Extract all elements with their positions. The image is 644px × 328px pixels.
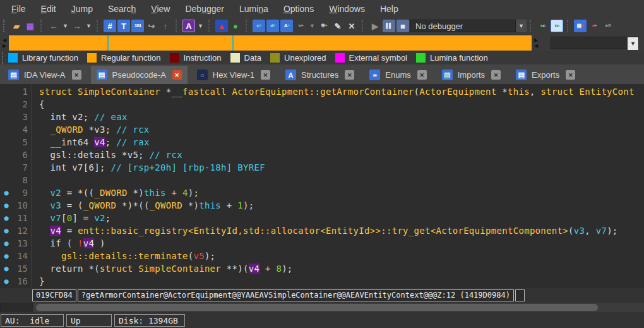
legend-drag-handle[interactable] <box>2 52 5 64</box>
tab-close-icon[interactable]: ✕ <box>345 70 354 80</box>
pseudocode-line[interactable]: 3 int v2; // eax <box>0 111 644 123</box>
add-breakpoint-icon[interactable]: ●+ <box>588 20 600 32</box>
pseudocode-line[interactable]: 7 int v7[6]; // [rsp+20h] [rbp-18h] BYRE… <box>0 161 644 174</box>
make-string-icon[interactable]: s+ <box>294 20 307 32</box>
save-file-icon[interactable]: ▦ <box>24 20 37 32</box>
code-token: *v3; <box>83 125 116 135</box>
tab-ida-view[interactable]: ▤IDA View-A✕ <box>3 66 87 84</box>
tab-pseudocode[interactable]: ▤Pseudocode-A✕ <box>91 66 188 84</box>
toolbar-drag-handle[interactable] <box>3 20 6 32</box>
debugger-pause-icon[interactable]: ▌▌ <box>383 20 395 32</box>
string-type-dropdown[interactable]: ▼ <box>308 20 316 32</box>
line-address-dot-icon[interactable]: ● <box>0 239 13 248</box>
open-file-icon[interactable]: ▰ <box>10 20 23 32</box>
pseudocode-line[interactable]: ●14 gsl::details::terminate(v5); <box>0 250 644 262</box>
pseudocode-line[interactable]: 4 _QWORD *v3; // rcx <box>0 123 644 136</box>
navigate-forward-icon[interactable]: → <box>71 20 83 32</box>
debugger-selector-dropdown-icon[interactable]: ▼ <box>516 20 527 32</box>
pseudocode-line[interactable]: 5 __int64 v4; // rax <box>0 136 644 149</box>
tab-exports[interactable]: ▤Exports✕ <box>510 66 581 84</box>
pseudocode-line[interactable]: ●9 v2 = *((_DWORD *)this + 4); <box>0 186 644 199</box>
navband-left-arrows[interactable]: ◀▶ <box>0 38 9 49</box>
make-code-icon[interactable]: c+ <box>253 20 265 32</box>
navband-segment-marker <box>232 35 234 51</box>
menu-view[interactable]: View <box>143 1 177 16</box>
lumina-status-icon[interactable]: ● <box>229 20 242 32</box>
debugger-selector[interactable]: No debugger <box>410 20 516 32</box>
line-number: 4 <box>13 123 32 136</box>
debugger-start-icon[interactable]: ▶ <box>369 20 381 32</box>
pseudocode-line[interactable]: 8 <box>0 174 644 186</box>
debugger-stop-icon[interactable]: ■ <box>397 20 409 32</box>
make-data-icon[interactable]: d+ <box>266 20 279 32</box>
line-address-dot-icon[interactable]: ● <box>0 264 13 273</box>
menu-search[interactable]: Search <box>100 1 143 16</box>
back-history-dropdown[interactable]: ▼ <box>61 20 69 32</box>
text-options-dropdown[interactable]: ▼ <box>196 20 205 32</box>
forward-history-dropdown[interactable]: ▼ <box>85 20 93 32</box>
tab-hex-view[interactable]: ○Hex View-1✕ <box>191 66 276 84</box>
navband-scale-combo[interactable]: ▼ <box>551 37 639 49</box>
line-address-dot-icon[interactable]: ● <box>0 252 13 260</box>
delete-breakpoint-icon[interactable]: ●✕ <box>602 20 614 32</box>
continue-process-icon[interactable]: c▸ <box>551 20 563 32</box>
menu-edit[interactable]: Edit <box>33 1 64 16</box>
line-address-dot-icon[interactable]: ● <box>0 214 13 222</box>
tab-close-icon[interactable]: ✕ <box>172 70 182 80</box>
debugger-windows-icon[interactable]: ▤● <box>574 20 587 32</box>
jump-up-icon[interactable]: ↑ <box>159 20 172 32</box>
pseudocode-line[interactable]: ●16} <box>0 275 644 288</box>
tab-close-icon[interactable]: ✕ <box>566 70 575 80</box>
menu-lumina[interactable]: Lumina <box>232 1 276 16</box>
pseudocode-line[interactable]: 6 gsl::details *v5; // rcx <box>0 149 644 161</box>
pseudocode-view[interactable]: 1struct SimpleContainer *__fastcall Acto… <box>0 84 644 288</box>
pseudocode-line[interactable]: 1struct SimpleContainer *__fastcall Acto… <box>0 85 644 98</box>
navband-scroll-arrow-icon[interactable]: ▶ <box>532 38 540 43</box>
rename-icon[interactable]: A+ <box>280 20 293 32</box>
pseudocode-line[interactable]: ●12 v4 = entt::basic_registry<EntityId,s… <box>0 224 644 237</box>
menu-file[interactable]: File <box>4 1 33 16</box>
navband-scroll-arrow-icon[interactable]: ▶ <box>0 44 9 49</box>
tab-label: Exports <box>532 70 559 80</box>
jump-to-binary-icon[interactable]: 101 <box>131 20 144 32</box>
menu-help[interactable]: Help <box>373 1 406 16</box>
menu-windows[interactable]: Windows <box>321 1 373 16</box>
tab-close-icon[interactable]: ✕ <box>417 70 427 80</box>
menu-debugger[interactable]: Debugger <box>177 1 232 16</box>
pseudocode-line[interactable]: ●15 return *(struct SimpleContainer **)(… <box>0 262 644 275</box>
undefine-icon[interactable]: ✕ <box>345 20 358 32</box>
line-address-dot-icon[interactable]: ● <box>0 226 13 235</box>
pseudocode-line[interactable]: 2{ <box>0 98 644 111</box>
tab-enums[interactable]: ≡Enums✕ <box>364 66 432 84</box>
navigation-band[interactable]: ↓ <box>9 35 532 51</box>
text-options-icon[interactable]: A <box>182 20 195 32</box>
scrollbar-thumb[interactable] <box>36 304 598 311</box>
jump-to-text-icon[interactable]: T <box>117 20 130 32</box>
tab-close-icon[interactable]: ✕ <box>72 70 81 80</box>
navigate-back-icon[interactable]: ← <box>47 20 60 32</box>
pseudocode-line[interactable]: ●10 v3 = (_QWORD *)*((_QWORD *)this + 1)… <box>0 199 644 212</box>
navband-scale-dropdown-icon[interactable]: ▼ <box>628 37 638 50</box>
tab-structures[interactable]: AStructures✕ <box>280 66 360 84</box>
problems-icon[interactable]: ▲ <box>215 20 228 32</box>
line-address-dot-icon[interactable]: ● <box>0 188 13 197</box>
menu-options[interactable]: Options <box>276 1 321 16</box>
pseudocode-line[interactable]: ●11 v7[0] = v2; <box>0 212 644 224</box>
jump-by-name-icon[interactable]: # <box>104 20 116 32</box>
line-address-dot-icon[interactable]: ● <box>0 201 13 210</box>
menu-jump[interactable]: Jump <box>64 1 100 16</box>
tab-imports[interactable]: ▤Imports✕ <box>436 66 506 84</box>
jump-xref-icon[interactable]: ↪ <box>145 20 158 32</box>
autoanalysis-status: AU: idle <box>1 314 64 327</box>
horizontal-scrollbar[interactable] <box>33 303 644 312</box>
navband-right-arrows[interactable]: ▶◀ <box>532 38 540 49</box>
line-address-dot-icon[interactable]: ● <box>0 277 13 286</box>
navband-scroll-arrow-icon[interactable]: ◀ <box>0 38 9 43</box>
edit-icon[interactable]: ✎ <box>331 20 344 32</box>
run-to-cursor-icon[interactable]: ▸c <box>537 20 549 32</box>
make-array-icon[interactable]: ✱+ <box>318 20 330 32</box>
pseudocode-line[interactable]: ●13 if ( !v4 ) <box>0 237 644 250</box>
navband-scroll-arrow-icon[interactable]: ◀ <box>532 44 540 49</box>
tab-close-icon[interactable]: ✕ <box>261 70 270 80</box>
tab-close-icon[interactable]: ✕ <box>491 70 501 80</box>
